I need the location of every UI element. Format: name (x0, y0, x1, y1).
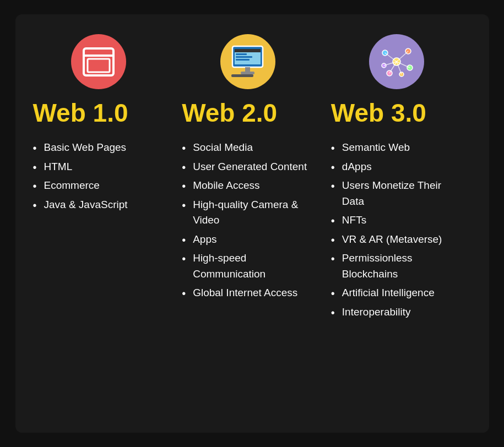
web1-title: Web 1.0 (33, 98, 165, 128)
svg-rect-10 (241, 72, 254, 74)
list-item: Social Media (182, 140, 313, 156)
network-icon (380, 45, 414, 79)
svg-line-19 (385, 53, 397, 62)
web1-icon-circle (71, 34, 126, 89)
web2-icon-wrapper (182, 34, 313, 89)
list-item: dApps (331, 159, 463, 175)
browser-icon (82, 47, 115, 77)
list-item: Global Internet Access (182, 285, 313, 301)
list-item: Semantic Web (331, 140, 463, 156)
svg-rect-5 (235, 49, 261, 52)
svg-line-20 (397, 51, 408, 62)
svg-rect-9 (245, 67, 250, 72)
computer-icon (230, 45, 265, 78)
list-item: Java & JavaScript (33, 197, 128, 213)
web2-icon-circle (220, 34, 275, 89)
web2-title: Web 2.0 (182, 98, 313, 128)
list-item: Interoperability (331, 304, 463, 320)
list-item: VR & AR (Metaverse) (331, 232, 463, 248)
web3-icon-wrapper (331, 34, 463, 89)
list-item: User Generated Content (182, 159, 313, 175)
web1-icon-wrapper (33, 34, 165, 89)
svg-rect-6 (236, 53, 247, 55)
web2-feature-list: Social MediaUser Generated ContentMobile… (182, 140, 313, 304)
list-item: Apps (182, 232, 313, 248)
list-item: Ecommerce (33, 178, 128, 194)
list-item: High-quality Camera & Video (182, 197, 313, 228)
list-item: HTML (33, 159, 128, 175)
web2-column: Web 2.0 Social MediaUser Generated Conte… (173, 34, 322, 411)
list-item: Basic Web Pages (33, 140, 128, 156)
list-item: Mobile Access (182, 178, 313, 194)
svg-rect-8 (236, 59, 250, 61)
web3-feature-list: Semantic WebdAppsUsers Monetize Their Da… (331, 140, 463, 323)
list-item: NFTs (331, 212, 463, 228)
web1-feature-list: Basic Web PagesHTMLEcommerceJava & JavaS… (33, 140, 128, 216)
web3-column: Web 3.0 Semantic WebdAppsUsers Monetize … (322, 34, 472, 411)
web1-column: Web 1.0 Basic Web PagesHTMLEcommerceJava… (33, 34, 174, 411)
main-card: Web 1.0 Basic Web PagesHTMLEcommerceJava… (15, 14, 489, 433)
list-item: Artificial Intelligence (331, 285, 463, 301)
web3-title: Web 3.0 (331, 98, 463, 128)
svg-rect-7 (236, 56, 252, 58)
list-item: High-speed Communication (182, 250, 313, 282)
svg-rect-11 (231, 74, 253, 77)
web3-icon-circle (369, 34, 424, 89)
list-item: Permissionless Blockchains (331, 250, 463, 282)
svg-rect-2 (88, 59, 110, 72)
columns-container: Web 1.0 Basic Web PagesHTMLEcommerceJava… (33, 34, 472, 411)
list-item: Users Monetize Their Data (331, 178, 463, 209)
